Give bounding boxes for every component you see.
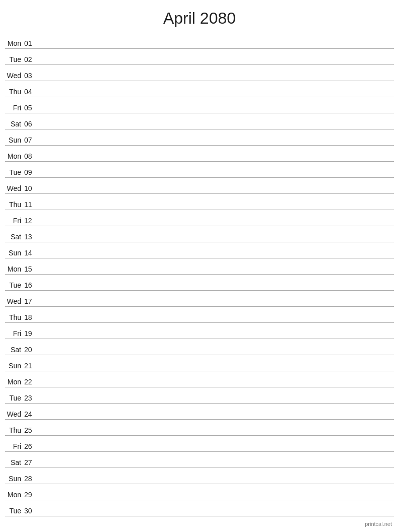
day-row: Mon01: [5, 33, 394, 49]
day-number: 21: [24, 362, 38, 370]
day-name: Tue: [5, 168, 24, 176]
day-name: Tue: [5, 55, 24, 63]
day-name: Thu: [5, 426, 24, 434]
day-row: Mon08: [5, 146, 394, 162]
day-number: 06: [24, 120, 38, 128]
footer-text: printcal.net: [365, 521, 392, 527]
day-name: Thu: [5, 201, 24, 209]
day-name: Mon: [5, 265, 24, 273]
day-row: Fri12: [5, 210, 394, 226]
day-row: Fri26: [5, 436, 394, 452]
day-number: 29: [24, 491, 38, 499]
day-number: 23: [24, 394, 38, 402]
day-name: Sun: [5, 249, 24, 257]
day-row: Thu18: [5, 307, 394, 323]
day-number: 15: [24, 265, 38, 273]
day-row: Tue02: [5, 49, 394, 65]
day-name: Tue: [5, 507, 24, 515]
day-number: 03: [24, 72, 38, 80]
day-name: Sat: [5, 346, 24, 354]
day-number: 10: [24, 184, 38, 192]
day-name: Fri: [5, 104, 24, 112]
day-number: 07: [24, 136, 38, 144]
day-name: Mon: [5, 152, 24, 160]
day-number: 12: [24, 217, 38, 225]
day-number: 04: [24, 88, 38, 96]
day-number: 25: [24, 426, 38, 434]
day-row: Tue23: [5, 387, 394, 404]
day-row: Mon29: [5, 484, 394, 500]
day-row: Wed03: [5, 65, 394, 81]
day-name: Sun: [5, 136, 24, 144]
day-row: Tue16: [5, 275, 394, 291]
day-number: 13: [24, 233, 38, 241]
day-row: Sun21: [5, 355, 394, 371]
day-row: Fri19: [5, 323, 394, 339]
day-row: Sun14: [5, 242, 394, 258]
day-number: 27: [24, 458, 38, 467]
day-name: Wed: [5, 410, 24, 418]
day-row: Tue30: [5, 500, 394, 516]
day-name: Thu: [5, 88, 24, 96]
day-name: Wed: [5, 72, 24, 80]
day-number: 16: [24, 281, 38, 289]
day-row: Sat20: [5, 339, 394, 355]
day-name: Wed: [5, 297, 24, 305]
day-number: 02: [24, 55, 38, 63]
day-number: 11: [24, 201, 38, 209]
day-name: Mon: [5, 491, 24, 499]
day-number: 09: [24, 168, 38, 176]
day-row: Sun28: [5, 468, 394, 484]
day-row: Sat13: [5, 226, 394, 242]
day-name: Thu: [5, 313, 24, 321]
day-number: 24: [24, 410, 38, 418]
day-number: 26: [24, 442, 38, 450]
day-row: Wed24: [5, 404, 394, 420]
day-name: Sat: [5, 120, 24, 128]
day-name: Fri: [5, 442, 24, 450]
day-row: Wed10: [5, 178, 394, 194]
day-name: Fri: [5, 329, 24, 338]
day-number: 18: [24, 313, 38, 321]
day-row: Thu04: [5, 81, 394, 97]
day-number: 14: [24, 249, 38, 257]
day-number: 08: [24, 152, 38, 160]
day-name: Mon: [5, 378, 24, 386]
day-row: Fri05: [5, 97, 394, 113]
day-row: Mon22: [5, 371, 394, 387]
day-row: Thu25: [5, 420, 394, 436]
day-number: 17: [24, 297, 38, 305]
day-row: Wed17: [5, 291, 394, 307]
day-number: 01: [24, 39, 38, 47]
day-row: Sat06: [5, 113, 394, 129]
day-number: 20: [24, 346, 38, 354]
page-title: April 2080: [0, 0, 399, 33]
day-number: 28: [24, 475, 38, 483]
day-name: Sun: [5, 475, 24, 483]
day-name: Tue: [5, 281, 24, 289]
day-name: Tue: [5, 394, 24, 402]
day-number: 19: [24, 329, 38, 338]
day-number: 05: [24, 104, 38, 112]
day-name: Sat: [5, 458, 24, 467]
day-row: Tue09: [5, 162, 394, 178]
day-row: Thu11: [5, 194, 394, 210]
day-row: Sun07: [5, 129, 394, 146]
day-name: Sun: [5, 362, 24, 370]
day-name: Sat: [5, 233, 24, 241]
day-name: Fri: [5, 217, 24, 225]
day-name: Wed: [5, 184, 24, 192]
day-row: Mon15: [5, 258, 394, 275]
day-number: 22: [24, 378, 38, 386]
calendar-container: Mon01Tue02Wed03Thu04Fri05Sat06Sun07Mon08…: [0, 33, 399, 516]
day-name: Mon: [5, 39, 24, 47]
day-row: Sat27: [5, 452, 394, 468]
day-number: 30: [24, 507, 38, 515]
